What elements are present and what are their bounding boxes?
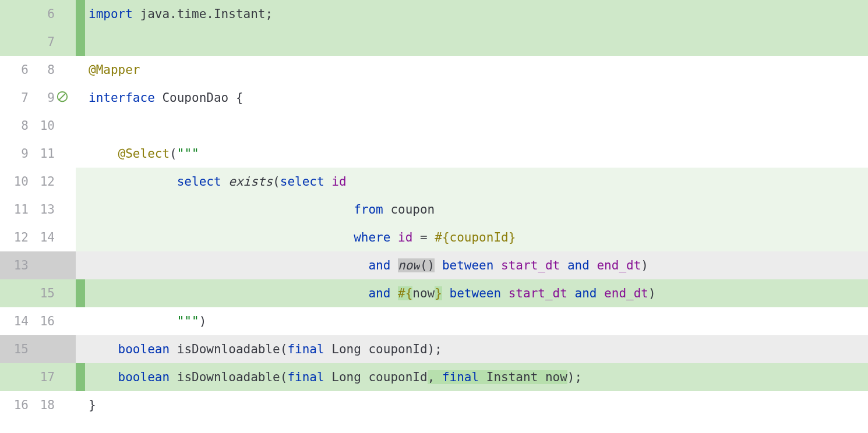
token: select xyxy=(280,175,332,189)
diff-line[interactable]: 1618} xyxy=(0,391,868,419)
old-line-number: 7 xyxy=(2,92,29,104)
code-content[interactable]: boolean isDownloadable(final Long coupon… xyxy=(85,363,868,391)
diff-marker xyxy=(76,223,85,251)
code-content[interactable]: interface CouponDao { xyxy=(85,84,868,112)
diff-line[interactable]: 7 xyxy=(0,28,868,56)
token xyxy=(560,258,567,272)
token: ) xyxy=(648,286,656,300)
diff-line[interactable]: 1113 from coupon xyxy=(0,196,868,223)
old-line-number: 13 xyxy=(2,260,29,272)
token: ); xyxy=(567,370,582,384)
new-line-number: 18 xyxy=(29,399,55,411)
diff-marker xyxy=(76,112,85,140)
code-content[interactable]: @Mapper xyxy=(85,56,868,84)
token xyxy=(89,203,354,216)
token: coupon xyxy=(390,203,435,216)
token xyxy=(442,286,450,300)
new-line-number: 9 xyxy=(29,92,55,104)
code-content[interactable]: from coupon xyxy=(85,196,868,223)
token: , xyxy=(428,370,442,384)
diff-line[interactable]: 1012 select exists(select id xyxy=(0,168,868,196)
diff-marker xyxy=(76,251,85,279)
code-content[interactable]: @Select(""" xyxy=(85,140,868,168)
token: final xyxy=(287,342,331,356)
old-line-number: 9 xyxy=(2,148,29,160)
token: ( xyxy=(273,175,280,189)
code-content[interactable]: import java.time.Instant; xyxy=(85,0,868,28)
gutter-icon-slot xyxy=(56,90,70,105)
token: select xyxy=(177,175,229,189)
gutter: 1416 xyxy=(0,307,76,335)
token: Instant now xyxy=(486,370,567,384)
diff-line[interactable]: 17 boolean isDownloadable(final Long cou… xyxy=(0,363,868,391)
code-content[interactable]: select exists(select id xyxy=(85,168,868,196)
new-line-number: 11 xyxy=(29,148,55,160)
token: Long couponId); xyxy=(331,342,442,356)
token xyxy=(89,370,118,384)
diff-line[interactable]: 1416 """) xyxy=(0,307,868,335)
token: and xyxy=(567,258,597,272)
token: start_dt xyxy=(509,286,567,300)
token: #{ xyxy=(398,286,412,300)
token: """ xyxy=(177,147,199,161)
code-content[interactable]: } xyxy=(85,391,868,419)
gutter: 810 xyxy=(0,112,76,140)
token: final xyxy=(442,370,486,384)
code-content[interactable] xyxy=(85,112,868,140)
new-line-number: 7 xyxy=(29,36,55,48)
token xyxy=(89,230,354,244)
diff-line[interactable]: 810 xyxy=(0,112,868,140)
svg-line-1 xyxy=(59,94,66,100)
token: isDownloadable( xyxy=(177,342,288,356)
old-line-number: 6 xyxy=(2,64,29,76)
token: final xyxy=(287,370,331,384)
diff-line[interactable]: 15 and #{now} between start_dt and end_d… xyxy=(0,279,868,307)
gutter: 68 xyxy=(0,56,76,84)
token: end_dt xyxy=(597,258,641,272)
token xyxy=(89,258,368,272)
code-content[interactable]: """) xyxy=(85,307,868,335)
token: @Mapper xyxy=(89,63,140,77)
token: now xyxy=(398,258,420,272)
diff-view: 6import java.time.Instant;768@Mapper79in… xyxy=(0,0,868,419)
gutter: 911 xyxy=(0,140,76,168)
no-comments-icon[interactable] xyxy=(56,90,69,105)
token: where xyxy=(354,230,398,244)
diff-line[interactable]: 15 boolean isDownloadable(final Long cou… xyxy=(0,335,868,363)
diff-marker xyxy=(76,363,85,391)
old-line-number: 11 xyxy=(2,204,29,216)
code-content[interactable]: and now() between start_dt and end_dt) xyxy=(85,251,868,279)
code-content[interactable]: boolean isDownloadable(final Long coupon… xyxy=(85,335,868,363)
diff-marker xyxy=(76,196,85,223)
gutter: 13 xyxy=(0,251,76,279)
old-line-number: 12 xyxy=(2,232,29,244)
diff-marker xyxy=(76,140,85,168)
token: and xyxy=(368,258,398,272)
diff-line[interactable]: 6import java.time.Instant; xyxy=(0,0,868,28)
diff-line[interactable]: 79interface CouponDao { xyxy=(0,84,868,112)
diff-marker xyxy=(76,84,85,112)
token: id xyxy=(398,230,412,244)
new-line-number: 17 xyxy=(29,371,55,384)
token: start_dt xyxy=(501,258,560,272)
gutter: 17 xyxy=(0,363,76,391)
token: import xyxy=(89,7,140,21)
new-line-number: 13 xyxy=(29,204,55,216)
code-content[interactable]: where id = #{couponId} xyxy=(85,223,868,251)
token: ) xyxy=(199,314,207,328)
diff-line[interactable]: 68@Mapper xyxy=(0,56,868,84)
token: #{couponId} xyxy=(435,230,516,244)
token: and xyxy=(368,286,398,300)
token xyxy=(89,286,368,300)
token: boolean xyxy=(118,342,177,356)
diff-line[interactable]: 1214 where id = #{couponId} xyxy=(0,223,868,251)
token: } xyxy=(435,286,442,300)
diff-line[interactable]: 911 @Select(""" xyxy=(0,140,868,168)
token: ) xyxy=(641,258,648,272)
code-content[interactable] xyxy=(85,28,868,56)
code-content[interactable]: and #{now} between start_dt and end_dt) xyxy=(85,279,868,307)
diff-marker xyxy=(76,28,85,56)
diff-line[interactable]: 13 and now() between start_dt and end_dt… xyxy=(0,251,868,279)
token: () xyxy=(420,258,435,272)
token: between xyxy=(450,286,509,300)
